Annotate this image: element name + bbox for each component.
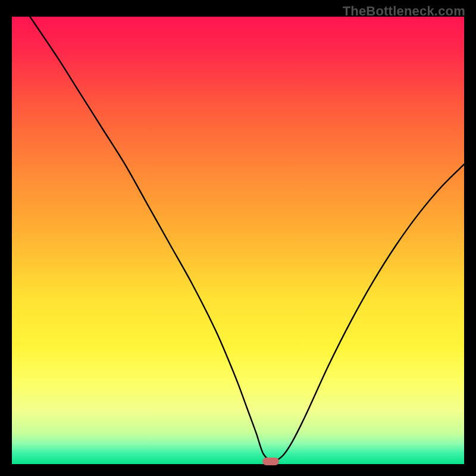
plot-outer <box>12 17 464 464</box>
bottleneck-curve <box>30 17 464 462</box>
optimal-marker <box>262 458 279 465</box>
chart-frame: TheBottleneck.com <box>0 0 476 476</box>
watermark-text: TheBottleneck.com <box>343 4 465 19</box>
curve-layer <box>12 17 464 464</box>
